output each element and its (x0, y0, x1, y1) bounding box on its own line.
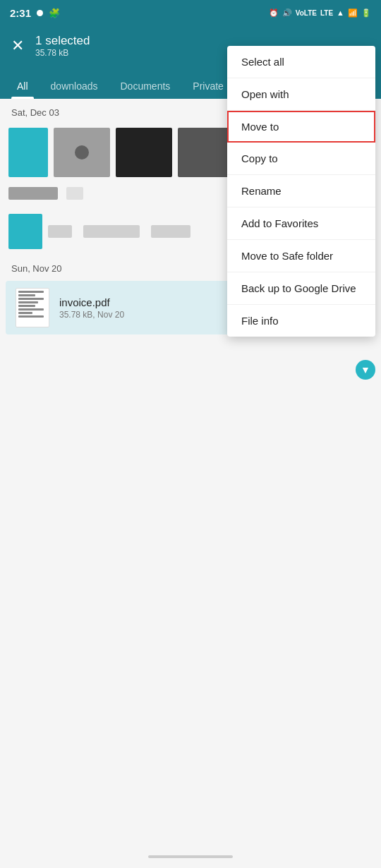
pdf-preview (16, 289, 49, 327)
status-bar-right: ⏰ 🔊 VoLTE LTE ▲ 📶 🔋 (269, 8, 371, 18)
tab-documents[interactable]: Documents (109, 75, 182, 99)
network-text: VoLTE (296, 9, 317, 17)
alarm-icon: ⏰ (269, 8, 279, 18)
menu-item-move-safe[interactable]: Move to Safe folder (227, 240, 375, 272)
signal-icon: ▲ (337, 8, 344, 17)
close-button[interactable]: ✕ (11, 37, 24, 55)
pdf-line-5 (18, 305, 35, 307)
menu-item-rename[interactable]: Rename (227, 175, 375, 207)
context-menu: Select all Open with Move to Copy to Ren… (227, 46, 375, 337)
thumb-placeholder-3[interactable] (151, 225, 190, 238)
selection-info: 1 selected 35.78 kB (35, 34, 90, 58)
thumb-stripe-2[interactable] (66, 187, 83, 200)
selection-count: 1 selected (35, 34, 90, 48)
menu-item-file-info[interactable]: File info (227, 305, 375, 337)
battery-icon: 🔋 (361, 8, 371, 18)
pdf-line-3 (18, 298, 44, 300)
menu-item-select-all[interactable]: Select all (227, 46, 375, 78)
thumbnail-2[interactable] (54, 128, 110, 177)
thumbnail-4[interactable] (178, 128, 234, 177)
tab-all[interactable]: All (6, 75, 40, 99)
bottom-handle (148, 855, 233, 858)
file-icon-invoice (16, 288, 49, 327)
thumbnail-1[interactable] (8, 128, 48, 177)
thumbnail-3[interactable] (116, 128, 172, 177)
pdf-line-6 (18, 308, 44, 311)
tab-downloads[interactable]: downloads (40, 75, 109, 99)
menu-item-copy-to[interactable]: Copy to (227, 143, 375, 175)
status-bar: 2:31 🧩 ⏰ 🔊 VoLTE LTE ▲ 📶 🔋 (0, 0, 381, 25)
status-dot-icon (37, 10, 43, 16)
pdf-line-1 (18, 291, 44, 293)
menu-item-add-favorites[interactable]: Add to Favorites (227, 207, 375, 240)
status-time: 2:31 (10, 7, 31, 19)
selection-size: 35.78 kB (35, 48, 90, 58)
menu-item-open-with[interactable]: Open with (227, 78, 375, 111)
thumb-placeholder-1[interactable] (48, 225, 72, 238)
pdf-line-8 (18, 315, 44, 318)
lte-icon: LTE (320, 9, 333, 17)
wifi-icon: 📶 (348, 8, 358, 18)
volume-icon: 🔊 (282, 8, 292, 18)
scroll-to-bottom-button[interactable]: ▼ (356, 360, 375, 380)
thumb-placeholder-2[interactable] (83, 225, 140, 238)
chevron-down-icon: ▼ (361, 364, 370, 375)
menu-item-backup-drive[interactable]: Back up to Google Drive (227, 272, 375, 305)
pdf-line-7 (18, 312, 32, 314)
sim-icon: 🧩 (49, 8, 60, 18)
pdf-line-2 (18, 294, 35, 296)
thumbnail-5[interactable] (8, 214, 42, 249)
status-bar-left: 2:31 🧩 (10, 7, 60, 19)
pdf-line-4 (18, 301, 38, 303)
thumb-stripe-1[interactable] (8, 187, 58, 200)
menu-item-move-to[interactable]: Move to (227, 111, 375, 143)
